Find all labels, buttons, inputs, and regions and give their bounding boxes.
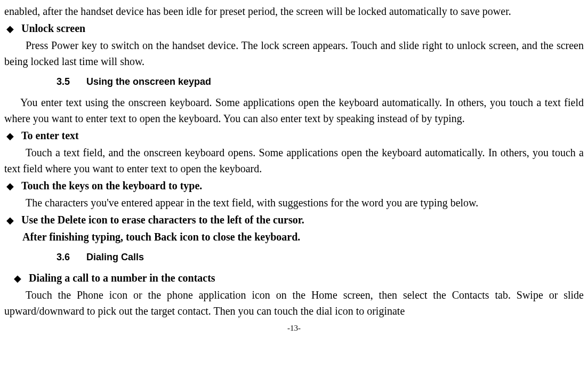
diamond-icon: ◆ bbox=[6, 22, 14, 36]
bullet-label: To enter text bbox=[21, 127, 79, 143]
bullet-unlock-screen: ◆ Unlock screen bbox=[4, 20, 584, 36]
touch-keys-paragraph: The characters you've entered appear in … bbox=[4, 195, 584, 211]
section-title: Dialing Calls bbox=[86, 252, 144, 262]
section-number: 3.6 bbox=[57, 252, 70, 262]
bullet-label: Unlock screen bbox=[21, 20, 85, 36]
bullet-label: Touch the keys on the keyboard to type. bbox=[21, 178, 202, 194]
bullet-label: Dialing a call to a number in the contac… bbox=[29, 270, 215, 286]
section-title: Using the onscreen keypad bbox=[86, 76, 211, 87]
enter-text-paragraph: Touch a text field, and the onscreen key… bbox=[4, 145, 584, 177]
section-number: 3.5 bbox=[57, 76, 70, 87]
dialing-paragraph: Touch the Phone icon or the phone applic… bbox=[4, 287, 584, 319]
diamond-icon: ◆ bbox=[14, 271, 21, 286]
keypad-intro-paragraph: You enter text using the onscreen keyboa… bbox=[4, 94, 584, 126]
bullet-touch-keys: ◆ Touch the keys on the keyboard to type… bbox=[4, 178, 584, 194]
unlock-paragraph: Press Power key to switch on the handset… bbox=[4, 37, 584, 69]
diamond-icon: ◆ bbox=[6, 129, 14, 143]
diamond-icon: ◆ bbox=[6, 213, 14, 228]
diamond-icon: ◆ bbox=[6, 179, 14, 194]
bullet-label: Use the Delete icon to erase characters … bbox=[21, 212, 304, 228]
section-3-6-heading: 3.6 Dialing Calls bbox=[57, 250, 584, 265]
bullet-enter-text: ◆ To enter text bbox=[4, 127, 584, 143]
bullet-delete-icon: ◆ Use the Delete icon to erase character… bbox=[4, 212, 584, 228]
bullet-dialing-contacts: ◆ Dialing a call to a number in the cont… bbox=[12, 270, 584, 286]
page-number: -13- bbox=[4, 322, 584, 334]
back-icon-paragraph: After finishing typing, touch Back icon … bbox=[22, 229, 584, 245]
section-3-5-heading: 3.5 Using the onscreen keypad bbox=[57, 75, 584, 89]
intro-paragraph: enabled, after the handset device has be… bbox=[4, 3, 584, 19]
